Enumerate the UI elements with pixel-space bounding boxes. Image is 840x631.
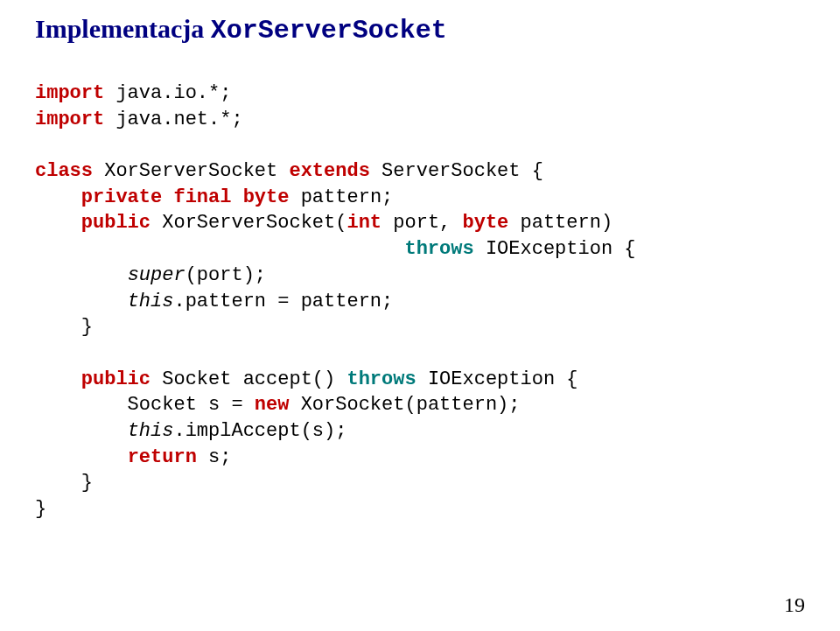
code-text: s; [197,446,232,468]
code-block: import java.io.*; import java.net.*; cla… [35,81,805,522]
code-text: IOException { [416,368,578,390]
title-prefix: Implementacja [35,14,211,43]
code-text: (port); [186,264,266,286]
code-text: java.net.*; [104,109,242,130]
kw-return: return [128,446,197,468]
kw-byte: byte [243,186,290,208]
code-text: XorSocket(pattern); [289,394,520,416]
code-indent [35,238,404,260]
kw-class: class [35,160,93,182]
code-indent [35,420,128,442]
page-number: 19 [784,593,805,617]
code-text [162,186,173,208]
code-indent [35,186,81,208]
kw-import: import [35,109,104,130]
code-text: Socket accept() [150,368,346,390]
kw-import: import [35,82,104,104]
code-text: .implAccept(s); [173,420,346,442]
code-text: } [35,472,93,494]
kw-public: public [81,368,150,390]
kw-private: private [81,186,162,208]
code-text: java.io.*; [104,82,231,104]
code-indent: Socket s = [35,394,255,416]
kw-extends: extends [289,160,369,182]
title-code-name: XorServerSocket [211,16,447,46]
code-text: port, [382,212,462,234]
code-indent [35,212,81,234]
code-text [231,186,242,208]
slide-title: Implementacja XorServerSocket [35,14,805,46]
code-text: .pattern = pattern; [173,291,393,312]
code-text: XorServerSocket [93,160,289,182]
code-indent [35,264,128,286]
kw-new: new [255,394,290,416]
kw-throws: throws [404,238,473,260]
code-indent [35,291,128,312]
code-text: } [35,498,46,520]
kw-super: super [128,264,186,286]
slide-page: Implementacja XorServerSocket import jav… [0,0,840,522]
kw-throws: throws [346,368,416,390]
code-text: pattern; [289,186,393,208]
kw-public: public [81,212,150,234]
kw-byte: byte [463,212,509,234]
code-text: } [35,316,93,338]
kw-int: int [346,212,382,234]
kw-this: this [128,291,174,312]
kw-final: final [173,186,231,208]
code-indent [35,446,128,468]
code-text: pattern) [508,212,612,234]
code-text: XorServerSocket( [150,212,346,234]
code-indent [35,368,81,390]
code-text: IOException { [474,238,636,260]
kw-this: this [128,420,174,442]
code-text: ServerSocket { [370,160,543,182]
